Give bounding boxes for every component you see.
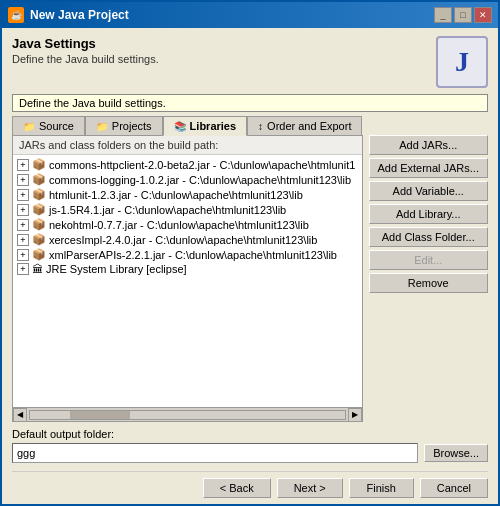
tree-expander[interactable]: + (17, 219, 29, 231)
libraries-tab-icon: 📚 (174, 121, 186, 132)
main-area: JARs and class folders on the build path… (12, 135, 488, 422)
tree-item-icon: 📦 (32, 233, 46, 246)
scroll-right-btn[interactable]: ▶ (348, 408, 362, 422)
tree-expander[interactable]: + (17, 189, 29, 201)
tree-item-label: JRE System Library [eclipse] (46, 263, 187, 275)
tree-item[interactable]: + 📦 nekohtml-0.7.7.jar - C:\dunlow\apach… (15, 217, 360, 232)
bottom-buttons: < BackNext >FinishCancel (12, 471, 488, 498)
tabs-bar: 📁 Source 📁 Projects 📚 Libraries ↕ Order … (12, 116, 488, 135)
close-button[interactable]: ✕ (474, 7, 492, 23)
tree-item[interactable]: + 📦 xmlParserAPIs-2.2.1.jar - C:\dunlow\… (15, 247, 360, 262)
tree-expander[interactable]: + (17, 249, 29, 261)
header-description: Define the Java build settings. (12, 53, 436, 65)
title-bar-left: ☕ New Java Project (8, 7, 129, 23)
add-variable-button[interactable]: Add Variable... (369, 181, 489, 201)
tree-expander[interactable]: + (17, 204, 29, 216)
tab-libraries[interactable]: 📚 Libraries (163, 116, 247, 136)
tab-source[interactable]: 📁 Source (12, 116, 85, 135)
tooltip-bubble: Define the Java build settings. (12, 94, 488, 112)
tab-source-label: Source (39, 120, 74, 132)
scroll-thumb[interactable] (70, 411, 130, 419)
output-label: Default output folder: (12, 428, 488, 440)
tree-item-icon: 🏛 (32, 263, 43, 275)
tree-item[interactable]: + 📦 js-1.5R4.1.jar - C:\dunlow\apache\ht… (15, 202, 360, 217)
tree-item[interactable]: + 📦 commons-httpclient-2.0-beta2.jar - C… (15, 157, 360, 172)
tree-item-icon: 📦 (32, 218, 46, 231)
tree-item-label: htmlunit-1.2.3.jar - C:\dunlow\apache\ht… (49, 189, 303, 201)
minimize-button[interactable]: _ (434, 7, 452, 23)
tree-item-icon: 📦 (32, 188, 46, 201)
tree-item[interactable]: + 📦 commons-logging-1.0.2.jar - C:\dunlo… (15, 172, 360, 187)
tree-item-label: xercesImpl-2.4.0.jar - C:\dunlow\apache\… (49, 234, 317, 246)
tree-area[interactable]: + 📦 commons-httpclient-2.0-beta2.jar - C… (13, 155, 362, 407)
source-tab-icon: 📁 (23, 121, 35, 132)
browse-button[interactable]: Browse... (424, 444, 488, 462)
projects-tab-icon: 📁 (96, 121, 108, 132)
scroll-left-btn[interactable]: ◀ (13, 408, 27, 422)
output-row: Browse... (12, 443, 488, 463)
finish-button[interactable]: Finish (349, 478, 414, 498)
horizontal-scrollbar[interactable]: ◀ ▶ (13, 407, 362, 421)
tab-panel: JARs and class folders on the build path… (12, 135, 363, 422)
tree-item-icon: 📦 (32, 173, 46, 186)
tree-item-label: commons-httpclient-2.0-beta2.jar - C:\du… (49, 159, 355, 171)
tree-item-icon: 📦 (32, 158, 46, 171)
output-input[interactable] (12, 443, 418, 463)
header-title: Java Settings (12, 36, 436, 51)
tab-panel-container: JARs and class folders on the build path… (12, 135, 363, 422)
title-bar-controls: _ □ ✕ (434, 7, 492, 23)
tree-expander[interactable]: + (17, 263, 29, 275)
add-class-folder-button[interactable]: Add Class Folder... (369, 227, 489, 247)
tree-item-icon: 📦 (32, 248, 46, 261)
next-button[interactable]: Next > (277, 478, 343, 498)
tree-item[interactable]: + 📦 htmlunit-1.2.3.jar - C:\dunlow\apach… (15, 187, 360, 202)
tree-item-label: commons-logging-1.0.2.jar - C:\dunlow\ap… (49, 174, 351, 186)
tab-projects[interactable]: 📁 Projects (85, 116, 163, 135)
add-jars-button[interactable]: Add JARs... (369, 135, 489, 155)
tree-item-label: nekohtml-0.7.7.jar - C:\dunlow\apache\ht… (49, 219, 309, 231)
add-library-button[interactable]: Add Library... (369, 204, 489, 224)
tree-item-icon: 📦 (32, 203, 46, 216)
scroll-track[interactable] (29, 410, 346, 420)
tree-item-label: js-1.5R4.1.jar - C:\dunlow\apache\htmlun… (49, 204, 286, 216)
tree-expander[interactable]: + (17, 174, 29, 186)
window-title: New Java Project (30, 8, 129, 22)
tab-order[interactable]: ↕ Order and Export (247, 116, 362, 135)
tree-item[interactable]: + 📦 xercesImpl-2.4.0.jar - C:\dunlow\apa… (15, 232, 360, 247)
edit-button: Edit... (369, 250, 489, 270)
right-buttons: Add JARs...Add External JARs...Add Varia… (369, 135, 489, 422)
add-external-jars-button[interactable]: Add External JARs... (369, 158, 489, 178)
title-bar: ☕ New Java Project _ □ ✕ (2, 2, 498, 28)
dialog-window: ☕ New Java Project _ □ ✕ Java Settings D… (0, 0, 500, 506)
tab-projects-label: Projects (112, 120, 152, 132)
order-tab-icon: ↕ (258, 121, 263, 132)
java-icon: J (436, 36, 488, 88)
window-icon: ☕ (8, 7, 24, 23)
tab-order-label: Order and Export (267, 120, 351, 132)
dialog-content: Java Settings Define the Java build sett… (2, 28, 498, 504)
output-section: Default output folder: Browse... (12, 428, 488, 463)
back-button[interactable]: < Back (203, 478, 271, 498)
maximize-button[interactable]: □ (454, 7, 472, 23)
tree-item[interactable]: + 🏛 JRE System Library [eclipse] (15, 262, 360, 276)
header-section: Java Settings Define the Java build sett… (12, 36, 488, 88)
tab-libraries-label: Libraries (190, 120, 236, 132)
tree-expander[interactable]: + (17, 159, 29, 171)
header-text: Java Settings Define the Java build sett… (12, 36, 436, 65)
tree-item-label: xmlParserAPIs-2.2.1.jar - C:\dunlow\apac… (49, 249, 337, 261)
tree-expander[interactable]: + (17, 234, 29, 246)
remove-button[interactable]: Remove (369, 273, 489, 293)
panel-label: JARs and class folders on the build path… (13, 136, 362, 155)
cancel-button[interactable]: Cancel (420, 478, 488, 498)
